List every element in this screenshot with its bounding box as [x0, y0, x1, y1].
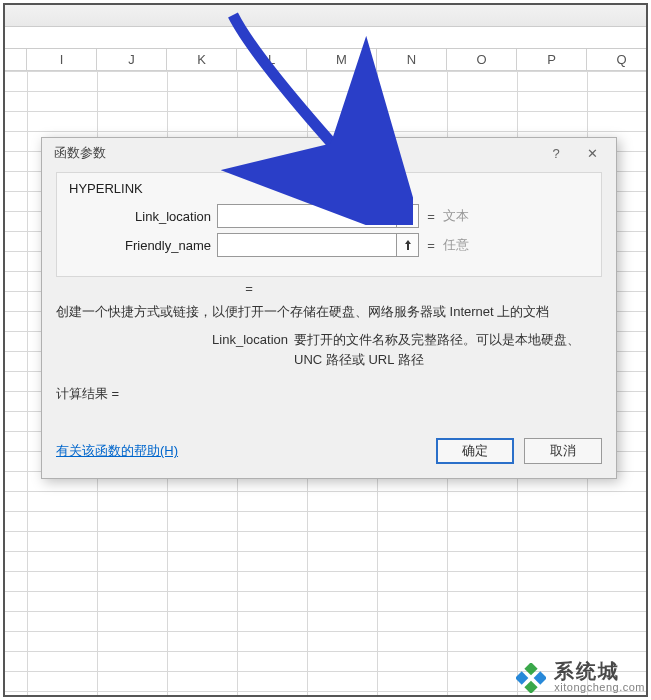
column-header[interactable]: M	[307, 49, 377, 70]
arg-hint: 任意	[443, 236, 469, 254]
argument-description-key: Link_location	[56, 330, 294, 372]
function-help-link[interactable]: 有关该函数的帮助(H)	[56, 442, 178, 460]
dialog-titlebar[interactable]: 函数参数 ? ✕	[42, 138, 616, 168]
watermark-url: xitongcheng.com	[554, 682, 645, 694]
watermark-logo-icon	[516, 663, 546, 693]
select-all-corner[interactable]	[5, 49, 27, 70]
help-button[interactable]: ?	[538, 140, 574, 166]
dialog-footer: 有关该函数的帮助(H) 确定 取消	[42, 432, 616, 478]
range-select-icon	[402, 239, 414, 251]
svg-rect-1	[534, 671, 546, 684]
column-header[interactable]: N	[377, 49, 447, 70]
formula-bar[interactable]	[5, 27, 646, 49]
arguments-group: HYPERLINK Link_location = 文本 Friendly_na…	[56, 172, 602, 277]
svg-rect-0	[525, 663, 538, 675]
calculation-result: 计算结果 =	[56, 385, 602, 403]
arg-label: Link_location	[67, 209, 217, 224]
ok-button[interactable]: 确定	[436, 438, 514, 464]
collapse-dialog-button[interactable]	[397, 233, 419, 257]
arg-hint: 文本	[443, 207, 469, 225]
friendly-name-input[interactable]	[217, 233, 397, 257]
app-titlebar	[5, 5, 646, 27]
svg-rect-2	[516, 671, 528, 684]
argument-description: Link_location 要打开的文件名称及完整路径。可以是本地硬盘、UNC …	[56, 330, 602, 372]
column-header[interactable]: O	[447, 49, 517, 70]
range-select-icon	[402, 210, 414, 222]
arg-row-link-location: Link_location = 文本	[67, 204, 591, 228]
close-button[interactable]: ✕	[574, 140, 610, 166]
column-header[interactable]: I	[27, 49, 97, 70]
argument-description-value: 要打开的文件名称及完整路径。可以是本地硬盘、UNC 路径或 URL 路径	[294, 330, 602, 372]
function-arguments-dialog: 函数参数 ? ✕ HYPERLINK Link_location = 文本	[41, 137, 617, 479]
dialog-title: 函数参数	[54, 144, 538, 162]
cancel-button[interactable]: 取消	[524, 438, 602, 464]
column-header[interactable]: J	[97, 49, 167, 70]
collapse-dialog-button[interactable]	[397, 204, 419, 228]
link-location-input[interactable]	[217, 204, 397, 228]
watermark: 系统城 xitongcheng.com	[516, 661, 645, 694]
column-header[interactable]: Q	[587, 49, 651, 70]
column-header[interactable]: P	[517, 49, 587, 70]
watermark-title: 系统城	[554, 661, 645, 682]
result-equals: =	[56, 281, 602, 296]
close-icon: ✕	[587, 146, 598, 161]
function-description: 创建一个快捷方式或链接，以便打开一个存储在硬盘、网络服务器或 Internet …	[56, 302, 602, 322]
column-header[interactable]: L	[237, 49, 307, 70]
svg-rect-3	[525, 680, 538, 692]
arg-label: Friendly_name	[67, 238, 217, 253]
column-headers: I J K L M N O P Q	[5, 49, 646, 71]
app-frame: I J K L M N O P Q 函数参数 ? ✕ HYPERLINK Lin…	[3, 3, 648, 697]
arg-row-friendly-name: Friendly_name = 任意	[67, 233, 591, 257]
equals-sign: =	[419, 238, 443, 253]
equals-sign: =	[419, 209, 443, 224]
column-header[interactable]: K	[167, 49, 237, 70]
function-name: HYPERLINK	[69, 181, 591, 196]
